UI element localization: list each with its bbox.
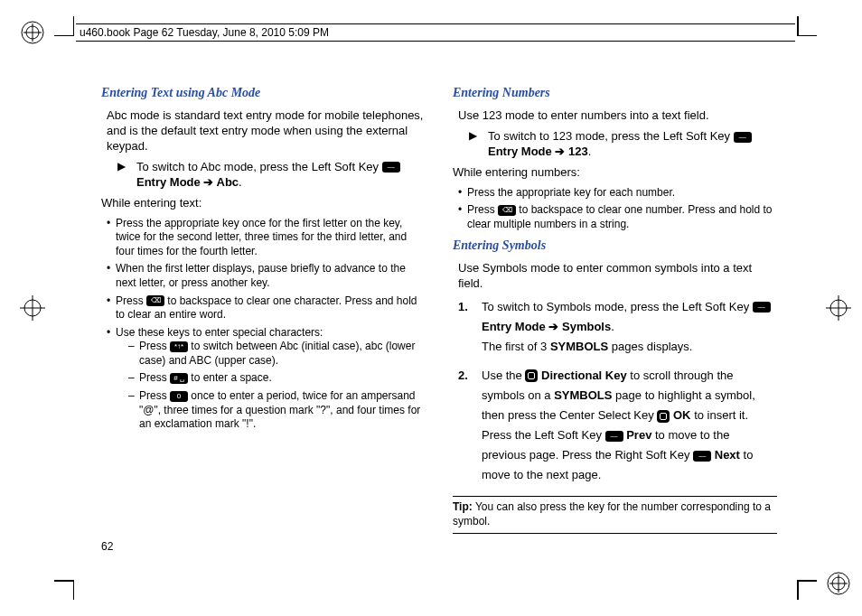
bullet-num-key: Press the appropriate key for each numbe…: [458, 186, 777, 201]
crop-mark-bottom-right: [797, 580, 817, 600]
crop-mark-top-right: [797, 16, 817, 36]
left-soft-key-icon: —: [605, 431, 623, 442]
registration-target-bottom-right: [826, 571, 851, 596]
left-column: Entering Text using Abc Mode Abc mode is…: [101, 85, 426, 562]
right-soft-key-icon: —: [693, 451, 711, 462]
while-entering-numbers: While entering numbers:: [453, 165, 777, 181]
heading-abc-mode: Entering Text using Abc Mode: [101, 85, 426, 101]
registration-target-right: [826, 295, 851, 321]
while-entering-text: While entering text:: [101, 196, 426, 211]
bullet-backspace: Press ⌫ to backspace to clear one charac…: [107, 294, 426, 322]
sub-case-switch: Press *↑* to switch between Abc (initial…: [121, 340, 426, 368]
bullet-num-backspace: Press ⌫ to backspace to clear one number…: [458, 203, 777, 231]
star-key-icon: *↑*: [170, 341, 188, 352]
intro-abc: Abc mode is standard text entry mode for…: [107, 108, 426, 154]
bullet-pause: When the first letter displays, pause br…: [107, 262, 426, 290]
right-column: Entering Numbers Use 123 mode to enter n…: [453, 85, 777, 562]
bullet-key-presses: Press the appropriate key once for the f…: [107, 217, 426, 259]
arrow-icon: ▶: [117, 160, 126, 191]
clear-key-icon: ⌫: [498, 205, 516, 216]
directional-key-icon: [525, 369, 538, 382]
switch-123-instruction: To switch to 123 mode, press the Left So…: [488, 129, 777, 160]
step-switch-symbols: To switch to Symbols mode, press the Lef…: [458, 297, 777, 357]
registration-target-top-left: [20, 20, 45, 45]
crop-mark-bottom-left: [54, 580, 74, 600]
hash-key-icon: # ␣: [170, 373, 188, 384]
heading-symbols: Entering Symbols: [453, 238, 777, 254]
heading-numbers: Entering Numbers: [453, 85, 777, 101]
sub-space: Press # ␣ to enter a space.: [121, 371, 426, 386]
step-navigate-symbols: Use the Directional Key to scroll throug…: [458, 366, 777, 486]
bullet-special-chars: Use these keys to enter special characte…: [107, 326, 426, 432]
left-soft-key-icon: —: [753, 302, 771, 313]
left-soft-key-icon: —: [382, 162, 400, 173]
zero-key-icon: 0: [170, 391, 188, 402]
tip-box: Tip: You can also press the key for the …: [453, 496, 777, 533]
registration-target-left: [20, 295, 45, 321]
clear-key-icon: ⌫: [146, 295, 164, 306]
left-soft-key-icon: —: [734, 132, 752, 143]
page-meta-text: u460.book Page 62 Tuesday, June 8, 2010 …: [80, 26, 329, 39]
crop-mark-top-left: [54, 16, 74, 36]
intro-symbols: Use Symbols mode to enter common symbols…: [458, 261, 777, 292]
page-meta-header: u460.book Page 62 Tuesday, June 8, 2010 …: [76, 23, 795, 42]
tip-label: Tip:: [453, 500, 473, 513]
arrow-icon: ▶: [469, 129, 477, 160]
intro-numbers: Use 123 mode to enter numbers into a tex…: [458, 108, 777, 124]
center-select-key-icon: [657, 410, 670, 423]
switch-abc-instruction: To switch to Abc mode, press the Left So…: [136, 160, 426, 191]
page-number: 62: [101, 540, 113, 553]
tip-text: You can also press the key for the numbe…: [453, 500, 771, 527]
sub-punctuation: Press 0 once to enter a period, twice fo…: [121, 389, 426, 432]
